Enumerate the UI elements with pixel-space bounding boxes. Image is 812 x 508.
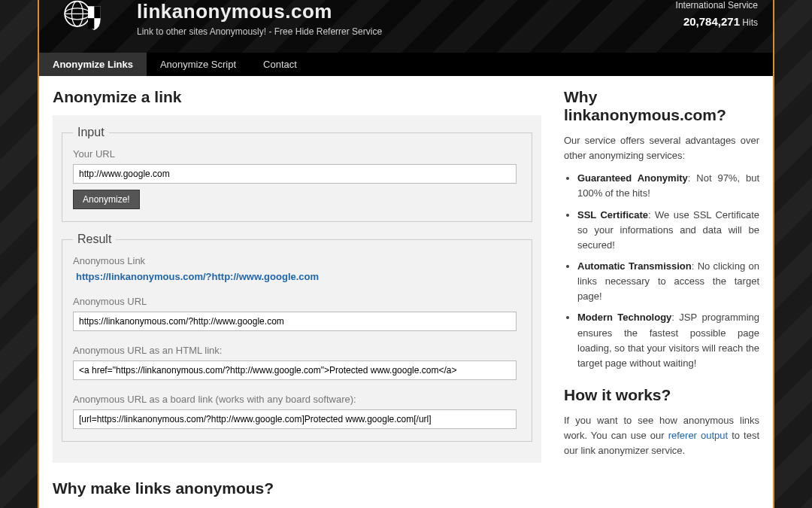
url-input[interactable] xyxy=(73,164,517,184)
url-label: Your URL xyxy=(73,148,521,160)
svg-rect-4 xyxy=(94,6,100,18)
sidebar-how-text: If you want to see how anonymous links w… xyxy=(564,413,759,458)
site-title: linkanonymous.com xyxy=(137,0,382,23)
advantages-list: Guaranteed Anonymity: Not 97%, but 100% … xyxy=(564,171,759,371)
anon-link-label: Anonymous Link xyxy=(73,255,521,266)
hits-counter: 20,784,271 Hits xyxy=(676,15,758,28)
advantage-item: Automatic Transmission: No clicking on l… xyxy=(577,259,759,304)
page-heading: Anonymize a link xyxy=(53,88,541,106)
site-tagline: Link to other sites Anonymously! - Free … xyxy=(137,26,382,37)
svg-rect-5 xyxy=(88,18,94,29)
sidebar: Why linkanonymous.com? Our service offer… xyxy=(564,88,759,508)
nav-anonymize-script[interactable]: Anonymize Script xyxy=(147,53,250,76)
anon-html-label: Anonymous URL as an HTML link: xyxy=(73,345,521,356)
why-heading: Why make links anonymous? xyxy=(53,479,541,497)
sidebar-why-heading: Why linkanonymous.com? xyxy=(564,88,759,124)
main-nav: Anonymize Links Anonymize Script Contact xyxy=(39,53,773,76)
anon-html-output[interactable] xyxy=(73,360,517,380)
anonymize-button[interactable]: Anonymize! xyxy=(73,190,140,209)
sidebar-why-intro: Our service offers several advantages ov… xyxy=(564,133,759,163)
main-column: Anonymize a link Input Your URL Anonymiz… xyxy=(53,88,541,508)
anonymize-panel: Input Your URL Anonymize! Result Anonymo… xyxy=(53,115,541,463)
sidebar-how-heading: How it works? xyxy=(564,386,759,404)
anon-board-label: Anonymous URL as a board link (works wit… xyxy=(73,394,521,405)
nav-contact[interactable]: Contact xyxy=(250,53,311,76)
result-legend: Result xyxy=(73,233,116,246)
advantage-item: Modern Technology: JSP programming ensur… xyxy=(577,310,759,371)
nav-anonymize-links[interactable]: Anonymize Links xyxy=(39,53,147,76)
anon-link[interactable]: https://linkanonymous.com/?http://www.go… xyxy=(76,271,521,282)
service-label: International Service xyxy=(676,0,758,11)
input-legend: Input xyxy=(73,126,109,139)
site-logo xyxy=(54,0,122,38)
anon-url-label: Anonymous URL xyxy=(73,296,521,307)
anon-url-output[interactable] xyxy=(73,312,517,331)
anon-board-output[interactable] xyxy=(73,409,517,429)
advantage-item: Guaranteed Anonymity: Not 97%, but 100% … xyxy=(577,171,759,201)
referer-output-link[interactable]: referer output xyxy=(668,430,728,441)
result-fieldset: Result Anonymous Link https://linkanonym… xyxy=(62,233,532,442)
input-fieldset: Input Your URL Anonymize! xyxy=(62,126,532,222)
header: linkanonymous.com Link to other sites An… xyxy=(39,0,773,53)
advantage-item: SSL Certificate: We use SSL Certificate … xyxy=(577,208,759,253)
